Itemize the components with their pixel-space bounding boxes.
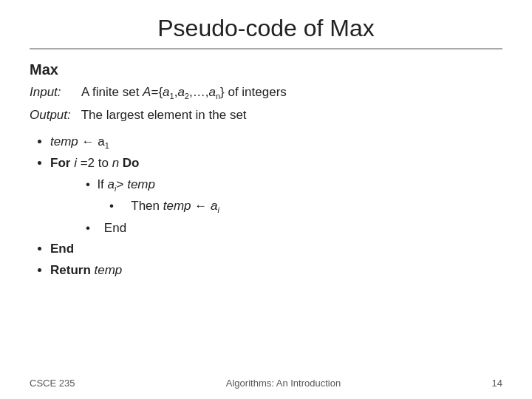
slide: Pseudo-code of Max Max Input: A finite s… <box>0 0 532 399</box>
bullet-3: • If ai> temp <box>86 174 502 196</box>
input-label: Input: <box>30 85 61 99</box>
slide-title: Pseudo-code of Max <box>30 15 502 42</box>
input-line: Input: A finite set A={a1,a2,…,an} of in… <box>30 83 502 103</box>
bullet-4: • Then temp ← ai <box>109 196 502 217</box>
bullet-5: • End <box>86 218 502 239</box>
footer-center: Algorithms: An Introduction <box>226 378 341 389</box>
bullet-2: For i =2 to n Do <box>50 153 502 174</box>
footer-left: CSCE 235 <box>30 378 75 389</box>
section-title: Max <box>30 61 502 78</box>
output-line: Output: The largest element in the set <box>30 106 502 125</box>
divider <box>30 48 502 50</box>
footer-right: 14 <box>492 378 502 389</box>
bullet-1: temp ← a1 <box>50 132 502 153</box>
output-label: Output: <box>30 108 71 122</box>
bullet-7: Return temp <box>50 260 502 282</box>
footer: CSCE 235 Algorithms: An Introduction 14 <box>30 378 502 389</box>
bullet-list: temp ← a1 For i =2 to n Do • If ai> temp… <box>50 132 502 282</box>
bullet-6: End <box>50 239 502 260</box>
